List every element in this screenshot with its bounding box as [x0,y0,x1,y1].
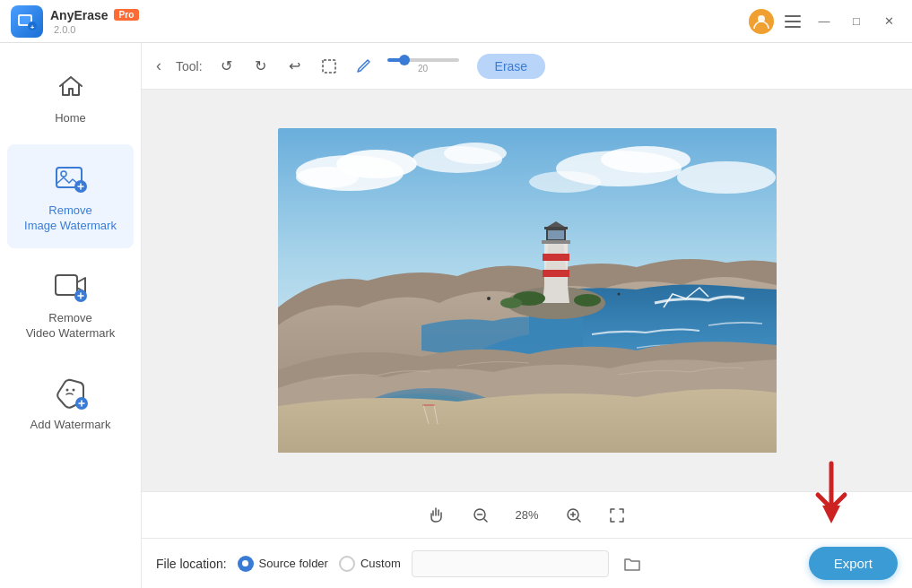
brush-tool-button[interactable] [350,53,377,80]
erase-button[interactable]: Erase [477,54,546,79]
zoom-level: 28% [509,508,545,522]
app-version: 2.0.0 [54,24,139,35]
svg-point-22 [677,161,776,194]
sidebar-item-remove-image[interactable]: RemoveImage Watermark [7,144,134,248]
slider-value: 20 [418,64,428,74]
sidebar-item-home[interactable]: Home [7,52,134,141]
toolbar: ‹ Tool: ↺ ↻ ↩ 20 Erase [142,43,912,90]
tool-label: Tool: [176,59,203,74]
svg-point-38 [617,293,620,296]
svg-point-11 [72,389,74,392]
close-button[interactable]: ✕ [876,9,901,34]
svg-rect-33 [542,240,570,244]
sidebar-remove-video-label: RemoveVideo Watermark [26,311,116,342]
home-icon [51,66,91,106]
sidebar-remove-image-label: RemoveImage Watermark [24,203,117,234]
sidebar: Home RemoveImage Watermark [0,43,142,588]
svg-point-37 [487,297,491,300]
svg-rect-31 [548,230,564,239]
sidebar-home-label: Home [55,111,86,126]
minimize-button[interactable]: — [812,9,837,34]
back-button[interactable]: ‹ [156,56,161,75]
svg-rect-39 [422,404,435,406]
svg-point-36 [500,298,522,308]
rotate-button[interactable]: ↩ [282,53,308,80]
hand-tool-button[interactable] [423,501,452,530]
svg-point-10 [65,389,68,392]
remove-image-icon [51,159,91,198]
svg-point-17 [296,167,359,188]
custom-option[interactable]: Custom [339,556,401,572]
source-folder-option[interactable]: Source folder [238,556,328,572]
svg-rect-32 [544,227,568,229]
pro-badge: Pro [114,9,140,21]
app-logo: + [11,5,43,38]
svg-rect-8 [56,275,77,295]
redo-button[interactable]: ↻ [248,53,274,80]
svg-point-19 [444,143,507,164]
sidebar-add-watermark-label: Add Watermark [30,418,111,433]
title-bar-controls: — □ ✕ [749,9,901,34]
svg-rect-29 [543,254,569,261]
zoom-out-button[interactable] [466,501,495,530]
svg-point-21 [601,146,691,173]
content-area: ‹ Tool: ↺ ↻ ↩ 20 Erase [142,43,912,588]
title-bar: + AnyErase Pro 2.0.0 — □ ✕ [0,0,912,43]
zoom-controls: 28% [142,491,912,538]
menu-icon[interactable] [781,12,804,31]
svg-point-35 [574,294,601,307]
svg-rect-28 [543,270,569,277]
remove-video-icon [51,266,91,306]
sidebar-item-remove-video[interactable]: RemoveVideo Watermark [7,252,134,356]
svg-text:+: + [30,23,35,31]
zoom-in-button[interactable] [560,501,588,530]
add-watermark-icon [51,373,91,412]
app-name: AnyErase [50,8,109,22]
svg-point-23 [529,171,601,193]
main-layout: Home RemoveImage Watermark [0,43,912,588]
sidebar-item-add-watermark[interactable]: Add Watermark [7,359,134,447]
undo-button[interactable]: ↺ [213,53,240,80]
browse-folder-button[interactable] [620,551,645,576]
maximize-button[interactable]: □ [844,9,869,34]
svg-rect-13 [323,60,335,73]
fit-screen-button[interactable] [603,501,631,530]
image-area [142,90,912,491]
custom-label: Custom [360,557,401,570]
custom-radio[interactable] [339,556,355,572]
user-avatar[interactable] [749,9,774,34]
export-button[interactable]: Export [809,547,898,580]
brush-size-slider[interactable]: 20 [387,58,459,74]
svg-point-6 [61,171,66,177]
lighthouse-image[interactable] [278,128,777,453]
source-folder-radio[interactable] [238,556,254,572]
source-folder-label: Source folder [259,557,328,570]
svg-rect-1 [20,16,30,24]
file-location-bar: File location: Source folder Custom [142,538,912,588]
file-location-label: File location: [156,557,227,571]
selection-tool-button[interactable] [316,53,343,80]
folder-path-input[interactable] [412,550,609,577]
image-container [278,128,777,453]
